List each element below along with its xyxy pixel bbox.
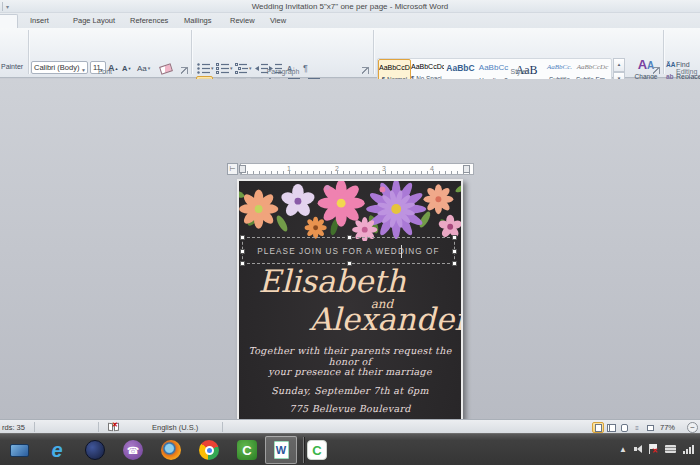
invitation-date-line: Sunday, September 7th at 6pm: [239, 385, 461, 396]
invitation-header-text[interactable]: PLEASE JOIN US FOR A WEDDING OF: [243, 247, 454, 256]
tab-review[interactable]: Review: [222, 14, 263, 28]
group-divider: [373, 30, 374, 74]
styles-dialog-launcher[interactable]: [653, 67, 660, 74]
keyboard-layout-icon[interactable]: [665, 445, 676, 453]
left-indent-marker[interactable]: [239, 165, 246, 173]
draft-view-button[interactable]: [644, 422, 656, 433]
fullscreen-reading-view-button[interactable]: [605, 422, 617, 433]
messaging-app-icon[interactable]: [84, 439, 106, 461]
firefox-icon[interactable]: [160, 439, 182, 461]
zoom-out-button[interactable]: −: [687, 422, 698, 433]
reading-view-icon: [607, 424, 616, 432]
resize-handle[interactable]: [452, 235, 457, 240]
show-desktop-icon[interactable]: [8, 439, 30, 461]
zoom-level[interactable]: 77%: [660, 423, 675, 432]
bride-name: Elisabeth: [247, 263, 417, 299]
tab-stop-selector[interactable]: ⊢: [227, 163, 238, 175]
word-count[interactable]: rds: 35: [2, 423, 25, 432]
font-group-label: Font: [60, 68, 150, 75]
numbering-button[interactable]: ▾: [216, 61, 233, 75]
right-indent-marker[interactable]: [463, 165, 470, 173]
tab-view[interactable]: View: [262, 14, 294, 28]
viber-icon[interactable]: ☎: [122, 439, 144, 461]
styles-group-label: Styles: [475, 68, 565, 75]
format-painter-button[interactable]: Painter: [1, 59, 23, 73]
editing-group-label: Editing: [676, 68, 700, 75]
screen: { "window": { "title": "Wedding Invitati…: [0, 0, 700, 465]
styles-scroll-up[interactable]: ▲: [613, 58, 625, 72]
ribbon: Painter Calibri (Body)▼ 11▼ A▲ A▼ Aa▾ B …: [0, 28, 700, 78]
font-dialog-launcher[interactable]: [181, 67, 188, 74]
word-taskbar-button-active[interactable]: W: [265, 436, 297, 464]
web-layout-view-button[interactable]: [618, 422, 630, 433]
word-icon: W: [274, 441, 289, 459]
resize-handle[interactable]: [347, 235, 352, 240]
system-tray: ▲ ✕: [619, 444, 694, 454]
outline-icon: ≡: [635, 425, 639, 431]
language-indicator[interactable]: English (U.S.): [152, 423, 198, 432]
taskbar-separator: [303, 437, 304, 463]
group-divider: [191, 30, 192, 74]
eraser-icon: [159, 63, 173, 74]
tab-home-partial[interactable]: [0, 14, 18, 28]
groom-name: Alexander: [303, 301, 461, 337]
window-title: Wedding Invitation 5"x7" one per page - …: [0, 2, 700, 11]
text-cursor: [401, 245, 402, 258]
hidden-icons-button[interactable]: ▲: [619, 445, 627, 454]
volume-icon[interactable]: [634, 445, 642, 453]
camtasia-recorder-icon[interactable]: C: [306, 439, 328, 461]
bullets-icon: [197, 63, 210, 74]
title-bar: ▾ Wedding Invitation 5"x7" one per page …: [0, 0, 700, 13]
draft-icon: [647, 425, 654, 431]
invitation-line-1: Together with their parents request the …: [239, 345, 461, 367]
invitation-line-2: your presence at their marriage: [239, 366, 461, 377]
tab-mailings[interactable]: Mailings: [176, 14, 220, 28]
resize-handle[interactable]: [452, 261, 457, 266]
paragraph-dialog-launcher[interactable]: [362, 67, 369, 74]
print-layout-icon: [595, 424, 602, 432]
resize-handle[interactable]: [240, 261, 245, 266]
proofing-errors-icon[interactable]: ✕: [108, 423, 120, 431]
top-floral-border: [239, 181, 461, 241]
numbering-icon: [216, 63, 229, 74]
group-divider: [28, 30, 29, 74]
document-area[interactable]: ⊢ 1 2 3 4: [0, 79, 700, 419]
status-bar: rds: 35 ✕ English (U.S.) ≡ 77% −: [0, 419, 700, 433]
tab-insert[interactable]: Insert: [22, 14, 57, 28]
find-icon: ÄA: [666, 61, 676, 68]
horizontal-ruler[interactable]: 1 2 3 4: [240, 163, 474, 175]
ribbon-tab-row: Insert Page Layout References Mailings R…: [0, 13, 700, 28]
camtasia-icon[interactable]: C: [236, 439, 258, 461]
taskbar: e ☎ C W C ▲ ✕: [0, 433, 700, 465]
group-divider: [663, 30, 664, 74]
resize-handle[interactable]: [240, 235, 245, 240]
selected-text-box[interactable]: PLEASE JOIN US FOR A WEDDING OF: [242, 237, 455, 264]
paragraph-group-label: Paragraph: [238, 68, 328, 75]
chrome-icon[interactable]: [198, 439, 220, 461]
web-layout-icon: [621, 424, 628, 432]
print-layout-view-button[interactable]: [592, 422, 604, 433]
tab-page-layout[interactable]: Page Layout: [65, 14, 123, 28]
resize-handle[interactable]: [452, 249, 457, 254]
internet-explorer-icon[interactable]: e: [46, 439, 68, 461]
action-center-icon[interactable]: ✕: [649, 444, 658, 454]
invitation-address-line: 775 Bellevue Boulevard: [239, 403, 461, 414]
bullets-button[interactable]: ▾: [197, 61, 214, 75]
resize-handle[interactable]: [240, 249, 245, 254]
network-icon[interactable]: [683, 445, 694, 454]
tab-references[interactable]: References: [122, 14, 176, 28]
clear-formatting-button[interactable]: [160, 62, 172, 76]
outline-view-button[interactable]: ≡: [631, 422, 643, 433]
